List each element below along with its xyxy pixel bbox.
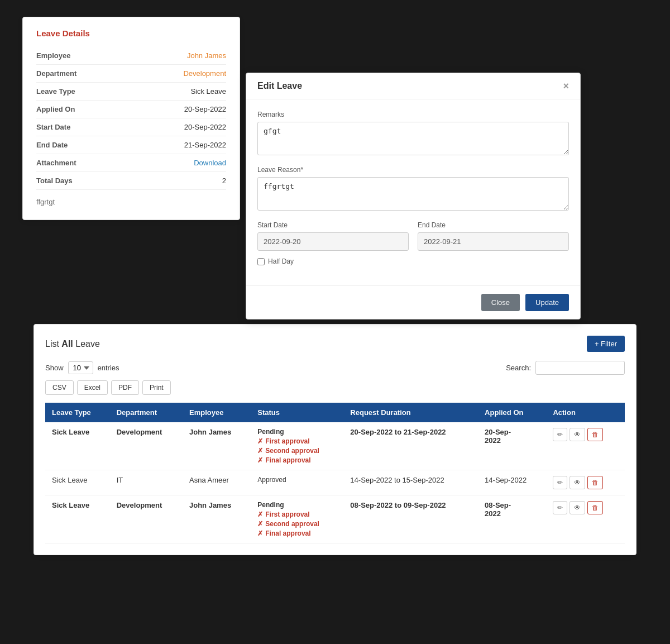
- leave-details-title: Leave Details: [36, 28, 226, 38]
- list-leave-card: List All Leave + Filter Show 10 25 50 en…: [34, 324, 636, 555]
- remarks-textarea[interactable]: gfgt: [257, 122, 569, 155]
- entries-select[interactable]: 10 25 50: [68, 361, 93, 374]
- approval-first: ✗ First approval: [257, 511, 337, 518]
- leave-details-card: Leave Details Employee John James Depart…: [22, 17, 240, 220]
- attachment-label: Attachment: [36, 159, 76, 167]
- attachment-row: Attachment Download: [36, 154, 226, 172]
- end-date-input[interactable]: [418, 232, 569, 251]
- row1-leave-type: Sick Leave: [45, 422, 110, 470]
- modal-header: Edit Leave ×: [246, 73, 580, 99]
- search-label: Search:: [506, 364, 531, 372]
- col-employee: Employee: [183, 403, 251, 422]
- row2-employee: Asna Ameer: [183, 470, 251, 495]
- x-icon: ✗: [257, 529, 263, 537]
- table-controls: Show 10 25 50 entries Search:: [45, 361, 625, 375]
- table-row: Sick Leave Development John James Pendin…: [45, 422, 625, 470]
- x-icon: ✗: [257, 511, 263, 518]
- excel-button[interactable]: Excel: [77, 380, 108, 395]
- edit-button[interactable]: ✏: [553, 501, 567, 514]
- department-value: Development: [183, 69, 226, 78]
- row2-leave-type: Sick Leave: [45, 470, 110, 495]
- half-day-row: Half Day: [257, 257, 569, 265]
- status-pending: Pending: [257, 501, 337, 509]
- col-department: Department: [110, 403, 183, 422]
- delete-button[interactable]: 🗑: [587, 476, 603, 489]
- download-link[interactable]: Download: [194, 159, 226, 167]
- update-button[interactable]: Update: [525, 294, 569, 311]
- department-row: Department Development: [36, 65, 226, 83]
- total-days-value: 2: [222, 176, 226, 185]
- half-day-label: Half Day: [268, 257, 294, 265]
- modal-body: Remarks gfgt Leave Reason* ffgrtgt Start…: [246, 99, 580, 285]
- applied-on-row: Applied On 20-Sep-2022: [36, 101, 226, 118]
- x-icon: ✗: [257, 447, 263, 455]
- x-icon: ✗: [257, 437, 263, 445]
- leave-note: ffgrtgt: [36, 198, 226, 206]
- row3-status: Pending ✗ First approval ✗ Second approv…: [251, 495, 343, 543]
- csv-button[interactable]: CSV: [45, 380, 74, 395]
- modal-title: Edit Leave: [257, 81, 302, 91]
- end-date-value: 21-Sep-2022: [184, 141, 226, 149]
- end-date-label: End Date: [36, 141, 68, 149]
- print-button[interactable]: Print: [142, 380, 171, 395]
- approval-second: ✗ Second approval: [257, 520, 337, 528]
- table-head: Leave Type Department Employee Status Re…: [45, 403, 625, 422]
- action-buttons: ✏ 👁 🗑: [553, 501, 618, 514]
- view-button[interactable]: 👁: [570, 428, 585, 441]
- delete-button[interactable]: 🗑: [587, 428, 603, 441]
- leave-type-label: Leave Type: [36, 87, 75, 96]
- start-date-label: Start Date: [36, 123, 70, 131]
- row2-status: Approved: [251, 470, 343, 495]
- department-label: Department: [36, 69, 76, 78]
- end-date-row: End Date 21-Sep-2022: [36, 136, 226, 154]
- row3-leave-type: Sick Leave: [45, 495, 110, 543]
- col-leave-type: Leave Type: [45, 403, 110, 422]
- date-row: Start Date End Date: [257, 221, 569, 251]
- search-input[interactable]: [535, 361, 625, 375]
- leave-reason-group: Leave Reason* ffgrtgt: [257, 166, 569, 212]
- pdf-button[interactable]: PDF: [111, 380, 139, 395]
- applied-on-value: 20-Sep-2022: [184, 105, 226, 113]
- x-icon: ✗: [257, 520, 263, 528]
- table-body: Sick Leave Development John James Pendin…: [45, 422, 625, 543]
- half-day-checkbox[interactable]: [257, 258, 265, 265]
- action-buttons: ✏ 👁 🗑: [553, 428, 618, 441]
- filter-button[interactable]: + Filter: [587, 336, 625, 352]
- start-date-row: Start Date 20-Sep-2022: [36, 118, 226, 136]
- table-row: Sick Leave IT Asna Ameer Approved 14-Sep…: [45, 470, 625, 495]
- employee-value: John James: [187, 51, 226, 60]
- search-row: Search:: [506, 361, 625, 375]
- list-title-bold: All: [61, 339, 73, 349]
- list-title: List All Leave: [45, 339, 100, 349]
- edit-button[interactable]: ✏: [553, 428, 567, 441]
- row1-applied-on: 20-Sep-2022: [478, 422, 546, 470]
- row1-status: Pending ✗ First approval ✗ Second approv…: [251, 422, 343, 470]
- close-modal-button[interactable]: Close: [481, 294, 520, 311]
- row2-action: ✏ 👁 🗑: [546, 470, 625, 495]
- leave-reason-textarea[interactable]: ffgrtgt: [257, 177, 569, 211]
- start-date-input[interactable]: [257, 232, 409, 251]
- approval-first: ✗ First approval: [257, 437, 337, 445]
- modal-close-button[interactable]: ×: [563, 81, 569, 91]
- row3-duration: 08-Sep-2022 to 09-Sep-2022: [343, 495, 478, 543]
- view-button[interactable]: 👁: [570, 501, 585, 514]
- approval-final: ✗ Final approval: [257, 456, 337, 464]
- approval-second: ✗ Second approval: [257, 447, 337, 455]
- row1-department: Development: [110, 422, 183, 470]
- export-buttons: CSV Excel PDF Print: [45, 380, 625, 395]
- delete-button[interactable]: 🗑: [587, 501, 603, 514]
- row3-applied-on: 08-Sep-2022: [478, 495, 546, 543]
- show-entries: Show 10 25 50 entries: [45, 361, 119, 374]
- col-applied-on: Applied On: [478, 403, 546, 422]
- row1-action: ✏ 👁 🗑: [546, 422, 625, 470]
- row1-employee: John James: [183, 422, 251, 470]
- leave-table: Leave Type Department Employee Status Re…: [45, 403, 625, 543]
- row3-department: Development: [110, 495, 183, 543]
- leave-type-row: Leave Type Sick Leave: [36, 83, 226, 101]
- remarks-group: Remarks gfgt: [257, 111, 569, 157]
- action-buttons: ✏ 👁 🗑: [553, 476, 618, 489]
- view-button[interactable]: 👁: [570, 476, 585, 489]
- col-action: Action: [546, 403, 625, 422]
- edit-leave-modal: Edit Leave × Remarks gfgt Leave Reason* …: [246, 73, 581, 319]
- edit-button[interactable]: ✏: [553, 476, 567, 489]
